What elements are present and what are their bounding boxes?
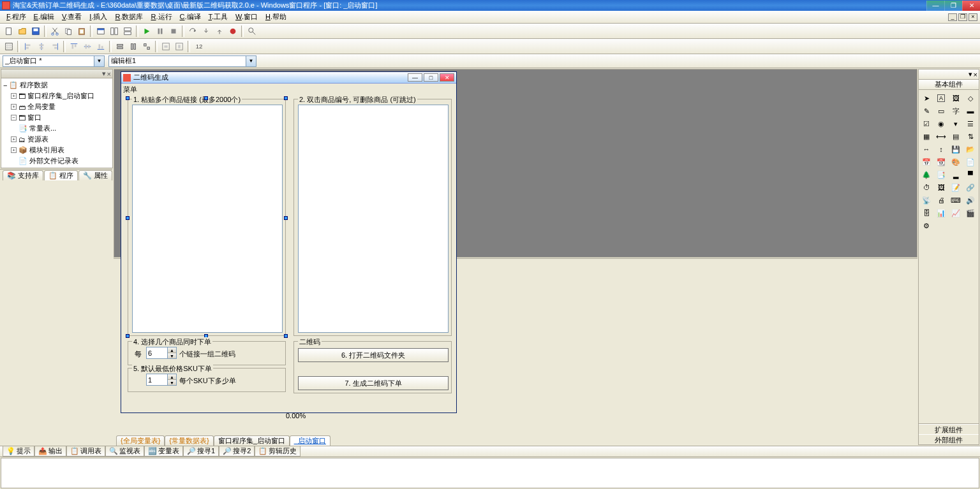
spin-down-icon[interactable]: ▼ [168, 380, 176, 385]
tool-tab-icon[interactable]: 📑 [935, 169, 947, 180]
same-height-icon[interactable] [127, 40, 140, 53]
tb-form-icon[interactable] [94, 25, 107, 38]
close-button[interactable]: ✕ [962, 1, 980, 11]
tab-support-lib[interactable]: 📚支持库 [3, 170, 43, 180]
tool-check-icon[interactable]: ☑ [920, 118, 933, 129]
spin2-input[interactable] [147, 374, 167, 385]
tb-stop-icon[interactable] [167, 25, 180, 38]
tb-find-icon[interactable] [246, 25, 258, 38]
tool-radio-icon[interactable]: ◉ [935, 118, 947, 129]
tool-misc-icon[interactable]: ⚙ [920, 220, 933, 231]
maximize-button[interactable]: ❐ [944, 1, 962, 11]
tool-status-icon[interactable]: ▂ [949, 169, 962, 180]
tool-tree-icon[interactable]: 🌲 [920, 169, 933, 180]
groupbox-4[interactable]: 4. 选择几个商品同时下单 每 ▲▼ 个链接一组二维码 [128, 341, 286, 365]
same-size-icon[interactable] [140, 40, 153, 53]
menu-view[interactable]: V.查看 [58, 11, 85, 23]
menu-run[interactable]: R.运行 [147, 11, 176, 23]
tool-picture-icon[interactable]: 🖼 [949, 92, 962, 104]
chevron-down-icon[interactable]: ▼ [94, 56, 104, 66]
tool-sound-icon[interactable]: 🔊 [964, 194, 977, 206]
tb-save-icon[interactable] [29, 25, 42, 38]
groupbox-5[interactable]: 5. 默认最低价格SKU下单 ▲▼ 每个SKU下多少单 [128, 368, 286, 392]
tool-list-icon[interactable]: ☰ [964, 118, 977, 129]
form-close-icon[interactable]: ✕ [440, 73, 454, 82]
form-max-icon[interactable]: □ [424, 73, 438, 82]
tab-window-assembly[interactable]: 窗口程序集_启动窗口 [214, 435, 290, 446]
tool-color-icon[interactable]: 🎨 [949, 156, 962, 168]
tab-vars[interactable]: 🔤变量表 [144, 446, 183, 456]
mdi-minimize-icon[interactable]: _ [948, 13, 957, 21]
align-center-h-icon[interactable] [35, 40, 48, 53]
tool-combo-icon[interactable]: ▾ [949, 118, 962, 129]
tool-timer-icon[interactable]: ⏱ [920, 182, 933, 193]
tool-slider-icon[interactable]: ⟷ [935, 131, 947, 142]
menu-window[interactable]: W.窗口 [232, 11, 262, 23]
tb-breakpoint-icon[interactable] [226, 25, 239, 38]
tab-hint[interactable]: 💡提示 [3, 446, 34, 456]
form-min-icon[interactable]: — [408, 73, 422, 82]
menu-insert[interactable]: I.插入 [85, 11, 111, 23]
menu-database[interactable]: R.数据库 [111, 11, 147, 23]
mdi-close-icon[interactable]: × [969, 13, 977, 21]
editbox-2[interactable] [298, 105, 449, 333]
tb-stepin-icon[interactable] [200, 25, 212, 38]
tb-paste-icon[interactable] [75, 25, 88, 38]
tab-watch[interactable]: 🔍监视表 [105, 446, 144, 456]
tool-text-icon[interactable]: 字 [949, 105, 962, 117]
tab-properties[interactable]: 🔧属性 [78, 170, 112, 180]
groupbox-1[interactable]: 1. 粘贴多个商品链接 (最多2000个) [128, 99, 286, 336]
center-h-icon[interactable] [160, 40, 172, 53]
tab-const-data[interactable]: {常量数据表} [165, 435, 213, 446]
spin-up-icon[interactable]: ▲ [168, 374, 176, 380]
combo-window[interactable]: _启动窗口 * ▼ [3, 55, 105, 67]
tool-report-icon[interactable]: 📊 [935, 207, 947, 219]
spin-sku-orders[interactable]: ▲▼ [146, 374, 177, 386]
align-bottom-icon[interactable] [94, 40, 107, 53]
panel-pin-icon[interactable]: ▾ [969, 70, 972, 78]
spin-up-icon[interactable]: ▲ [168, 347, 176, 353]
tb-layout1-icon[interactable] [108, 25, 121, 38]
same-width-icon[interactable] [114, 40, 126, 53]
tool-doc-icon[interactable]: 📄 [964, 156, 977, 168]
tool-media-icon[interactable]: 🎬 [964, 207, 977, 219]
tool-imagelist-icon[interactable]: 🖼 [935, 182, 947, 193]
selection-handle[interactable] [126, 334, 130, 338]
menu-compile[interactable]: C.编译 [176, 11, 205, 23]
program-tree[interactable]: −📋程序数据 +🗔窗口程序集_启动窗口 +🗃全局变量 −🗔窗口 📑常量表... … [1, 78, 112, 168]
align-top-icon[interactable] [68, 40, 80, 53]
tool-ole-icon[interactable]: 🔗 [964, 182, 977, 193]
tree-item[interactable]: +📦模块引用表 [3, 145, 110, 156]
align-center-v-icon[interactable] [81, 40, 94, 53]
tree-item[interactable]: 📑常量表... [3, 123, 110, 134]
tb-run-icon[interactable] [140, 25, 153, 38]
tool-vscroll-icon[interactable]: ↕ [935, 143, 947, 155]
panel-pin-icon[interactable]: ▾ [102, 69, 106, 78]
center-v-icon[interactable] [173, 40, 186, 53]
combo-control[interactable]: 编辑框1 ▼ [108, 55, 256, 67]
tab-program[interactable]: 📋程序 [44, 170, 78, 180]
tool-edit-icon[interactable]: ✎ [920, 105, 933, 117]
tab-ext-components[interactable]: 扩展组件 [919, 424, 979, 434]
align-left-icon[interactable] [22, 40, 34, 53]
tree-item[interactable]: 📄外部文件记录表 [3, 156, 110, 166]
panel-close-icon[interactable]: × [974, 71, 977, 78]
button-open-folder[interactable]: 6. 打开二维码文件夹 [298, 348, 449, 362]
minimize-button[interactable]: — [926, 1, 944, 11]
tree-root[interactable]: −📋程序数据 [3, 80, 110, 91]
menu-edit[interactable]: E.编辑 [30, 11, 58, 23]
tool-hotkey-icon[interactable]: ⌨ [949, 194, 962, 206]
tool-calendar-icon[interactable]: 📅 [920, 156, 933, 168]
tool-frame-icon[interactable]: ▭ [935, 105, 947, 117]
tab-output[interactable]: 📤输出 [34, 446, 66, 456]
mdi-restore-icon[interactable]: ❐ [958, 13, 967, 21]
tree-item[interactable]: +🗂资源表 [3, 134, 110, 145]
tool-shape-icon[interactable]: ◇ [964, 92, 977, 104]
tool-date-icon[interactable]: 📆 [935, 156, 947, 168]
tb-layout2-icon[interactable] [121, 25, 134, 38]
tool-label-icon[interactable]: A [935, 92, 947, 104]
tool-open-icon[interactable]: 📂 [964, 143, 977, 155]
tool-pointer-icon[interactable]: ➤ [920, 92, 933, 104]
menu-tools[interactable]: T.工具 [205, 11, 232, 23]
align-grid-icon[interactable] [3, 40, 15, 53]
